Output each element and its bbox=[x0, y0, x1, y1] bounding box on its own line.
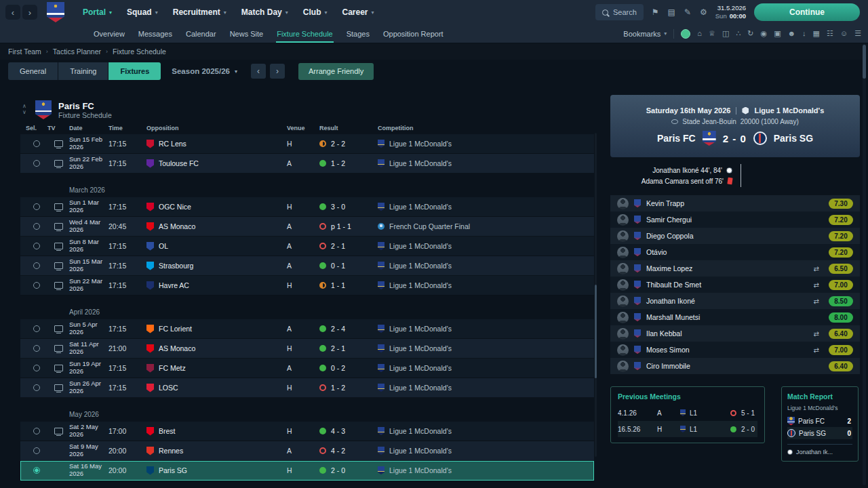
player-rating-row[interactable]: Maxime Lopez⇄6.50 bbox=[610, 260, 860, 277]
column-header-venue[interactable]: Venue bbox=[287, 125, 319, 131]
league-table-icon[interactable]: ☷ bbox=[827, 30, 833, 37]
back-button[interactable]: ‹ bbox=[5, 5, 20, 20]
fixture-select-radio[interactable] bbox=[33, 223, 40, 230]
breadcrumb-item-first-team[interactable]: First Team bbox=[8, 47, 41, 56]
column-header-sel[interactable]: Sel. bbox=[26, 125, 47, 131]
player-rating-row[interactable]: Otávio7.20 bbox=[610, 244, 860, 260]
fixture-select-radio[interactable] bbox=[33, 243, 40, 249]
breadcrumb-item-tactics-planner[interactable]: Tactics Planner bbox=[53, 47, 101, 56]
calendar-icon[interactable]: ▦ bbox=[813, 30, 820, 37]
continue-button[interactable]: Continue bbox=[754, 3, 860, 21]
collapse-toggle[interactable]: ∧∨ bbox=[20, 104, 28, 116]
fixture-select-radio[interactable] bbox=[33, 282, 40, 289]
trophy-icon[interactable]: ♕ bbox=[709, 30, 715, 37]
fixture-row[interactable]: Wed 4 Mar 202620:45AS MonacoAp 1 - 1Fren… bbox=[20, 217, 594, 237]
forward-button[interactable]: › bbox=[22, 5, 37, 20]
search-input[interactable]: Search bbox=[595, 4, 644, 20]
subnav-item-opposition-report[interactable]: Opposition Report bbox=[376, 24, 450, 43]
fixture-select-radio[interactable] bbox=[33, 428, 40, 434]
fixture-select-radio[interactable] bbox=[33, 467, 40, 474]
edit-icon[interactable]: ✎ bbox=[684, 7, 691, 17]
page-scrollbar[interactable] bbox=[863, 43, 866, 485]
refresh-icon[interactable]: ↻ bbox=[747, 30, 753, 37]
arrange-friendly-button[interactable]: Arrange Friendly bbox=[298, 63, 374, 80]
player-rating-row[interactable]: Kevin Trapp7.30 bbox=[610, 195, 860, 211]
player-rating-row[interactable]: Thibault De Smet⇄7.00 bbox=[610, 277, 860, 293]
fixture-row[interactable]: Sat 9 May 202620:00RennesA4 - 2Ligue 1 M… bbox=[20, 441, 594, 461]
fixture-select-radio[interactable] bbox=[33, 384, 40, 391]
page-scrollbar-thumb[interactable] bbox=[863, 45, 866, 79]
column-header-time[interactable]: Time bbox=[108, 125, 146, 131]
fixture-row[interactable]: Sun 15 Feb 202617:15RC LensH2 - 2Ligue 1… bbox=[20, 134, 594, 154]
previous-season-button[interactable]: ‹ bbox=[251, 64, 266, 79]
menu-icon[interactable]: ☰ bbox=[854, 30, 861, 37]
fixture-row[interactable]: Sun 19 Apr 202617:15FC MetzA0 - 2Ligue 1… bbox=[20, 359, 594, 378]
table-scrollbar[interactable] bbox=[595, 133, 597, 457]
settings-icon[interactable]: ⚙ bbox=[700, 7, 707, 17]
squad-icon[interactable]: ☻ bbox=[788, 30, 796, 37]
player-rating-row[interactable]: Jonathan Ikoné⇄8.50 bbox=[610, 293, 860, 309]
bookmark-icon[interactable]: ⚑ bbox=[652, 7, 659, 17]
fixture-row[interactable]: Sun 26 Apr 202617:15LOSCH1 - 2Ligue 1 Mc… bbox=[20, 378, 594, 398]
tab-fixtures[interactable]: Fixtures bbox=[108, 62, 161, 80]
staff-icon[interactable]: ☺ bbox=[840, 30, 848, 37]
match-report-box[interactable]: Match Report Ligue 1 McDonald's Paris FC… bbox=[781, 386, 859, 462]
breadcrumb-item-fixture-schedule[interactable]: Fixture Schedule bbox=[113, 47, 166, 56]
home-icon[interactable]: ⌂ bbox=[697, 30, 702, 37]
menu-item-squad[interactable]: Squad▾ bbox=[119, 0, 165, 24]
menu-item-match-day[interactable]: Match Day▾ bbox=[234, 0, 296, 24]
subnav-item-calendar[interactable]: Calendar bbox=[179, 24, 223, 43]
fixture-row[interactable]: Sat 16 May 202620:00Paris SGH2 - 0Ligue … bbox=[20, 461, 594, 481]
fixture-select-radio[interactable] bbox=[33, 140, 40, 147]
fixture-row[interactable]: Sat 2 May 202617:00BrestH4 - 3Ligue 1 Mc… bbox=[20, 422, 594, 441]
notes-icon[interactable]: ▤ bbox=[668, 7, 675, 17]
season-selector[interactable]: Season 2025/26 ▾ bbox=[172, 67, 237, 75]
previous-meeting-row[interactable]: 16.5.26HL12 - 0 bbox=[618, 421, 757, 437]
match-summary-card[interactable]: Saturday 16th May 2026 Ligue 1 McDonald'… bbox=[610, 95, 860, 157]
fixture-row[interactable]: Sun 1 Mar 202617:15OGC NiceH3 - 0Ligue 1… bbox=[20, 197, 594, 217]
fixture-select-radio[interactable] bbox=[33, 447, 40, 454]
fixture-select-radio[interactable] bbox=[33, 203, 40, 210]
kit-icon[interactable]: ▣ bbox=[774, 30, 781, 37]
menu-item-recruitment[interactable]: Recruitment▾ bbox=[165, 0, 234, 24]
menu-item-career[interactable]: Career▾ bbox=[334, 0, 381, 24]
column-header-competition[interactable]: Competition bbox=[378, 125, 594, 131]
tactics-icon[interactable]: ∴ bbox=[736, 30, 741, 37]
subnav-item-news-site[interactable]: News Site bbox=[223, 24, 271, 43]
medal-icon[interactable]: ◉ bbox=[761, 30, 768, 37]
player-rating-row[interactable]: Diego Coppola7.20 bbox=[610, 228, 860, 244]
fixture-row[interactable]: Sat 11 Apr 202621:00AS MonacoH2 - 1Ligue… bbox=[20, 339, 594, 359]
fixture-select-radio[interactable] bbox=[33, 160, 40, 167]
fixture-select-radio[interactable] bbox=[33, 262, 40, 269]
bookmarks-dropdown[interactable]: Bookmarks ▾ bbox=[623, 30, 667, 38]
player-rating-row[interactable]: Moses Simon⇄7.00 bbox=[610, 342, 860, 358]
fixture-row[interactable]: Sun 5 Apr 202617:15FC LorientA2 - 4Ligue… bbox=[20, 319, 594, 339]
subnav-item-fixture-schedule[interactable]: Fixture Schedule bbox=[270, 24, 340, 43]
table-scrollbar-thumb[interactable] bbox=[595, 285, 597, 378]
fixture-row[interactable]: Sun 8 Mar 202617:15OLA2 - 1Ligue 1 McDon… bbox=[20, 237, 594, 256]
column-header-result[interactable]: Result bbox=[319, 125, 378, 131]
fixture-row[interactable]: Sun 15 Mar 202617:15StrasbourgA0 - 1Ligu… bbox=[20, 256, 594, 276]
subnav-item-stages[interactable]: Stages bbox=[340, 24, 376, 43]
download-icon[interactable]: ↓ bbox=[802, 30, 806, 37]
fixture-select-radio[interactable] bbox=[33, 325, 40, 332]
next-season-button[interactable]: › bbox=[270, 64, 285, 79]
column-header-opposition[interactable]: Opposition bbox=[146, 125, 287, 131]
column-header-tv[interactable]: TV bbox=[47, 125, 69, 131]
tab-training[interactable]: Training bbox=[58, 62, 108, 80]
menu-item-club[interactable]: Club▾ bbox=[296, 0, 335, 24]
column-header-date[interactable]: Date bbox=[69, 125, 108, 131]
player-rating-row[interactable]: Ilan Kebbal⇄6.40 bbox=[610, 325, 860, 342]
player-rating-row[interactable]: Ciro Immobile6.40 bbox=[610, 358, 860, 374]
fixture-select-radio[interactable] bbox=[33, 345, 40, 352]
tab-general[interactable]: General bbox=[8, 62, 58, 80]
player-rating-row[interactable]: Marshall Munetsi8.00 bbox=[610, 309, 860, 325]
menu-item-portal[interactable]: Portal▾ bbox=[75, 0, 119, 24]
shirt-icon[interactable]: ◫ bbox=[722, 30, 729, 37]
subnav-item-messages[interactable]: Messages bbox=[132, 24, 179, 43]
manager-avatar-icon[interactable] bbox=[681, 29, 690, 39]
fixture-row[interactable]: Sun 22 Mar 202617:15Havre ACH1 - 1Ligue … bbox=[20, 276, 594, 296]
previous-meeting-row[interactable]: 4.1.26AL15 - 1 bbox=[618, 405, 757, 421]
subnav-item-overview[interactable]: Overview bbox=[87, 24, 132, 43]
fixture-select-radio[interactable] bbox=[33, 365, 40, 371]
